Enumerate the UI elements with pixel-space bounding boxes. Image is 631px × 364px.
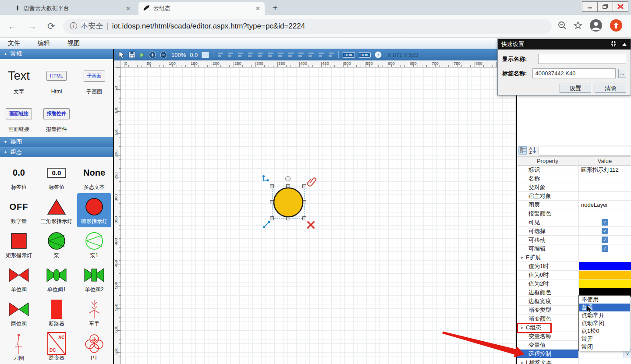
browse-tags-button[interactable]: ... bbox=[618, 69, 626, 78]
property-row-可选择[interactable]: 可选择✓ bbox=[517, 227, 631, 236]
reload-icon[interactable]: ⟳ bbox=[47, 21, 55, 32]
palette-item-valve-green-rect[interactable]: 单位阀2 bbox=[75, 262, 113, 296]
palette-item-valve-red[interactable]: 单位阀 bbox=[0, 262, 38, 296]
rotate-handle[interactable] bbox=[285, 176, 291, 181]
property-value[interactable]: ✓ bbox=[578, 236, 631, 244]
menu-view[interactable]: 视图 bbox=[67, 39, 80, 47]
property-value[interactable]: ✓ bbox=[578, 227, 631, 235]
palette-item-pt[interactable]: PT bbox=[75, 330, 113, 364]
same-height-icon[interactable] bbox=[308, 51, 314, 59]
html-badge-icon[interactable]: HTML bbox=[343, 52, 354, 58]
checkbox-checked-icon[interactable]: ✓ bbox=[602, 245, 608, 252]
palette-item-digital[interactable]: OFF数字量 bbox=[0, 193, 38, 227]
palette-item-inverter[interactable]: ACDC逆变器 bbox=[38, 330, 75, 364]
design-canvas[interactable] bbox=[121, 67, 516, 364]
checkbox-checked-icon[interactable]: ✓ bbox=[602, 228, 608, 234]
connector-elbow-icon[interactable] bbox=[262, 175, 270, 185]
palette-item-tag-value-boxed[interactable]: 0.0标签值 bbox=[38, 159, 75, 193]
align-middle-icon[interactable] bbox=[278, 51, 284, 59]
menu-edit[interactable]: 编辑 bbox=[38, 39, 50, 47]
delete-x-icon[interactable] bbox=[306, 220, 316, 231]
checkbox-checked-icon[interactable]: ✓ bbox=[602, 237, 608, 243]
maximize-button[interactable] bbox=[597, 1, 613, 12]
close-icon[interactable]: ✕ bbox=[126, 5, 131, 12]
palette-item-screenlink-button[interactable]: 画面链接画面链接 bbox=[0, 99, 38, 136]
property-row-值为0时[interactable]: 值为0时 bbox=[517, 271, 631, 279]
property-value[interactable]: nodeLayer bbox=[578, 201, 631, 209]
checkbox-checked-icon[interactable]: ✓ bbox=[602, 219, 608, 226]
zoom-out-page-icon[interactable] bbox=[558, 21, 567, 32]
collapse-up-icon[interactable] bbox=[622, 41, 627, 48]
minimize-button[interactable] bbox=[582, 1, 598, 12]
palette-item-pump[interactable]: 泵 bbox=[38, 227, 75, 262]
dropdown-option-常开[interactable]: 常开 bbox=[579, 335, 630, 343]
menu-file[interactable]: 文件 bbox=[8, 39, 20, 47]
distribute-h-icon[interactable] bbox=[318, 51, 324, 59]
property-row-值为1时[interactable]: 值为1时 bbox=[517, 262, 631, 271]
palette-item-subscreen-button[interactable]: 子画面子画面 bbox=[75, 61, 113, 99]
url-field[interactable]: ⓘ 不安全 | iot.idosp.net/html/scada/editor.… bbox=[63, 19, 552, 34]
palette-item-multi-text[interactable]: None多态文本 bbox=[75, 159, 113, 193]
group-icon[interactable] bbox=[217, 51, 223, 59]
connector-line-icon[interactable] bbox=[262, 220, 271, 230]
property-value[interactable] bbox=[578, 262, 631, 270]
back-icon[interactable]: ← bbox=[8, 21, 17, 32]
forward-icon[interactable]: → bbox=[28, 21, 37, 32]
palette-item-disconnector[interactable]: 车手 bbox=[75, 296, 113, 330]
property-row-宿主对象[interactable]: 宿主对象 bbox=[517, 192, 631, 201]
sidebar-group-header[interactable]: ▼绘图 bbox=[0, 137, 113, 147]
cursor-select-icon[interactable] bbox=[118, 51, 124, 59]
circle-indicator-node[interactable] bbox=[269, 183, 308, 224]
align-bottom-icon[interactable] bbox=[288, 51, 294, 59]
zoom-in-icon[interactable] bbox=[149, 51, 156, 59]
palette-item-valve-two[interactable]: 两位阀 bbox=[0, 296, 38, 330]
palette-item-knife-switch[interactable]: 刀闸 bbox=[0, 330, 38, 364]
property-row-图层[interactable]: 图层nodeLayer bbox=[517, 201, 631, 209]
palette-item-valve-green-oval[interactable]: 单位阀1 bbox=[38, 262, 75, 296]
attach-paperclip-icon[interactable] bbox=[307, 176, 317, 189]
dropdown-option-点动常闭[interactable]: 点动常闭 bbox=[579, 319, 630, 327]
same-width-icon[interactable] bbox=[298, 51, 304, 59]
property-row-可编辑[interactable]: 可编辑✓ bbox=[517, 244, 631, 253]
close-icon[interactable]: ✕ bbox=[255, 5, 260, 12]
tab-cloud-scada[interactable]: 云组态 ✕ bbox=[138, 2, 265, 15]
align-right-icon[interactable] bbox=[258, 51, 264, 59]
color-swatch[interactable] bbox=[579, 271, 631, 279]
property-row-值为2时[interactable]: 值为2时 bbox=[517, 279, 631, 288]
property-row-E扩展[interactable]: ▼E扩展 bbox=[517, 253, 631, 262]
property-row-L标签文本[interactable]: ▼L标签文本 bbox=[517, 358, 631, 364]
property-value[interactable]: ✓ bbox=[578, 244, 631, 253]
color-swatch[interactable] bbox=[579, 279, 631, 288]
align-left-icon[interactable] bbox=[238, 51, 244, 59]
property-row-父对象[interactable]: 父对象 bbox=[517, 183, 631, 192]
tag-name-input[interactable] bbox=[532, 68, 616, 78]
property-row-报警颜色[interactable]: 报警颜色 bbox=[517, 209, 631, 218]
property-value[interactable] bbox=[578, 279, 631, 288]
info-icon[interactable]: i bbox=[375, 51, 382, 59]
html-badge-icon-2[interactable]: HTML bbox=[359, 52, 371, 58]
dropdown-option-常闭[interactable]: 常闭 bbox=[579, 343, 630, 351]
categorize-icon[interactable] bbox=[518, 146, 527, 156]
sidebar-group-header[interactable]: ▲常规 bbox=[0, 49, 113, 59]
avatar-icon[interactable] bbox=[589, 19, 603, 34]
info-icon[interactable]: ⓘ bbox=[70, 21, 78, 31]
compress-icon[interactable] bbox=[610, 41, 617, 48]
dropdown-option-不使用[interactable]: 不使用 bbox=[579, 296, 630, 304]
property-filter-field[interactable] bbox=[539, 147, 630, 155]
clear-button[interactable]: 清除 bbox=[595, 84, 626, 93]
display-name-input[interactable] bbox=[538, 54, 626, 64]
palette-item-rect-indicator[interactable]: 矩形指示灯 bbox=[0, 227, 38, 262]
close-button[interactable] bbox=[613, 1, 628, 12]
property-value[interactable] bbox=[578, 271, 631, 279]
property-value[interactable]: 圆形指示灯112 bbox=[578, 166, 631, 174]
save-icon[interactable] bbox=[128, 51, 135, 59]
bookmark-star-icon[interactable] bbox=[574, 21, 582, 32]
apply-button[interactable]: 设置 bbox=[560, 84, 591, 93]
align-top-icon[interactable] bbox=[268, 51, 274, 59]
palette-item-pump1[interactable]: 泵1 bbox=[75, 227, 113, 262]
property-row-可见[interactable]: 可见✓ bbox=[517, 218, 631, 227]
palette-item-alarm-button[interactable]: 报警控件报警控件 bbox=[38, 99, 75, 136]
palette-item-text[interactable]: Text文字 bbox=[0, 61, 38, 99]
browser-update-icon[interactable] bbox=[610, 19, 623, 34]
ungroup-icon[interactable] bbox=[227, 51, 234, 59]
